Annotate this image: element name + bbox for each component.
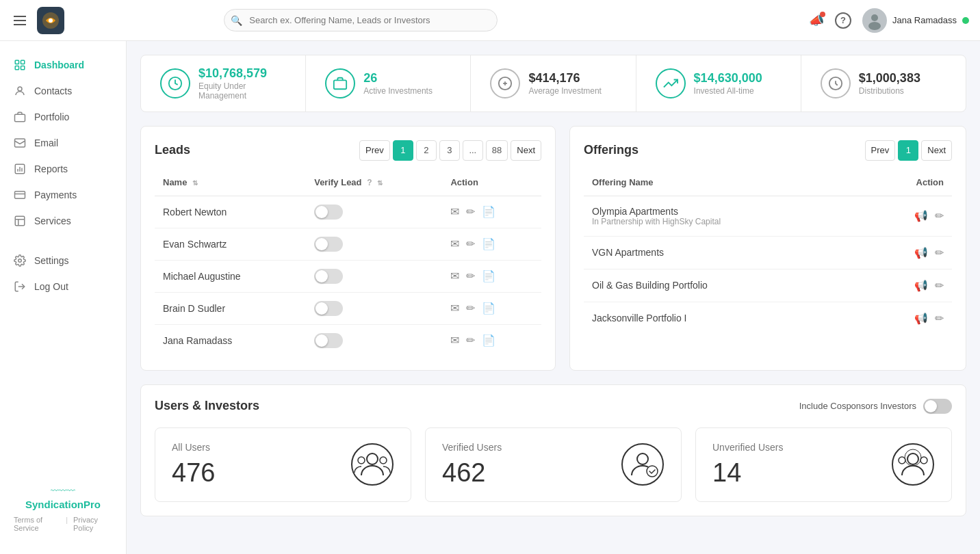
edit-offering-2[interactable]: ✏ bbox=[935, 279, 944, 292]
search-input[interactable] bbox=[224, 9, 498, 31]
cosponsors-toggle[interactable] bbox=[923, 399, 952, 414]
edit-icon-3[interactable]: ✏ bbox=[466, 302, 475, 315]
waves-icon: 〰〰〰 bbox=[14, 486, 112, 496]
email-icon-0[interactable]: ✉ bbox=[450, 205, 459, 218]
sidebar-item-portfolio[interactable]: Portfolio bbox=[0, 104, 126, 130]
syndication-logo: 〰〰〰 SyndicationPro bbox=[14, 486, 112, 510]
offering-actions-0: 📢 ✏ bbox=[872, 209, 944, 222]
announce-icon-1[interactable]: 📢 bbox=[914, 246, 928, 259]
edit-icon-1[interactable]: ✏ bbox=[466, 237, 475, 250]
offering-actions-1: 📢 ✏ bbox=[872, 246, 944, 259]
verify-toggle-3[interactable] bbox=[314, 301, 343, 316]
announce-icon-2[interactable]: 📢 bbox=[914, 279, 928, 292]
verify-toggle-2[interactable] bbox=[314, 269, 343, 284]
offerings-next-button[interactable]: Next bbox=[921, 140, 952, 161]
doc-icon-0[interactable]: 📄 bbox=[482, 205, 495, 218]
topbar-right: 📣 ? Jana Ramadass bbox=[809, 8, 969, 33]
svg-rect-6 bbox=[15, 66, 18, 70]
leads-table: Name ⇅ Verify Lead ? ⇅ Action bbox=[155, 172, 541, 356]
unverified-users-card: Unverified Users 14 bbox=[695, 427, 952, 502]
user-menu[interactable]: Jana Ramadass bbox=[862, 8, 969, 33]
edit-icon-4[interactable]: ✏ bbox=[466, 334, 475, 347]
svg-point-3 bbox=[868, 22, 881, 30]
sidebar-label-contacts: Contacts bbox=[34, 85, 72, 96]
svg-rect-23 bbox=[334, 80, 346, 89]
leads-page-3[interactable]: 3 bbox=[439, 140, 460, 161]
sidebar-label-settings: Settings bbox=[34, 255, 69, 266]
sidebar-item-email[interactable]: Email bbox=[0, 130, 126, 156]
table-row: Jana Ramadass ✉ ✏ 📄 bbox=[155, 324, 541, 356]
doc-icon-2[interactable]: 📄 bbox=[482, 269, 495, 282]
offerings-prev-button[interactable]: Prev bbox=[865, 140, 896, 161]
cosponsors-label-text: Include Cosponsors Investors bbox=[799, 401, 916, 411]
lead-name-4: Jana Ramadass bbox=[155, 324, 306, 356]
svg-point-1 bbox=[49, 18, 53, 23]
stat-equity: $10,768,579 Equity Under Management bbox=[141, 55, 306, 111]
name-sort-icon[interactable]: ⇅ bbox=[192, 179, 198, 187]
invested-icon bbox=[656, 68, 686, 98]
sidebar-item-payments[interactable]: Payments bbox=[0, 182, 126, 208]
online-status bbox=[962, 17, 969, 24]
offerings-header: Offerings Prev 1 Next bbox=[584, 140, 952, 161]
edit-offering-0[interactable]: ✏ bbox=[935, 209, 944, 222]
offerings-table: Offering Name Action Olympia Apartments … bbox=[584, 172, 952, 334]
sidebar-label-dashboard: Dashboard bbox=[34, 60, 84, 70]
leads-page-2[interactable]: 2 bbox=[416, 140, 437, 161]
svg-rect-5 bbox=[21, 60, 25, 64]
svg-point-34 bbox=[907, 453, 918, 464]
footer-links: Terms of Service | Privacy Policy bbox=[14, 516, 112, 532]
offerings-page-1[interactable]: 1 bbox=[898, 140, 918, 161]
edit-offering-3[interactable]: ✏ bbox=[935, 312, 944, 325]
leads-page-dots: ... bbox=[463, 140, 483, 161]
notifications-button[interactable]: 📣 bbox=[809, 13, 824, 28]
doc-icon-1[interactable]: 📄 bbox=[482, 237, 495, 250]
verify-toggle-1[interactable] bbox=[314, 237, 343, 252]
menu-toggle[interactable] bbox=[11, 13, 29, 28]
email-icon-1[interactable]: ✉ bbox=[450, 237, 459, 250]
sidebar-item-logout[interactable]: Log Out bbox=[0, 274, 126, 300]
announce-icon-3[interactable]: 📢 bbox=[914, 312, 928, 325]
offerings-col-action: Action bbox=[864, 172, 952, 196]
doc-icon-3[interactable]: 📄 bbox=[482, 302, 495, 315]
search-bar[interactable]: 🔍 bbox=[224, 9, 498, 31]
lead-actions-0: ✉ ✏ 📄 bbox=[450, 205, 533, 218]
doc-icon-4[interactable]: 📄 bbox=[482, 334, 495, 347]
terms-link[interactable]: Terms of Service bbox=[14, 516, 60, 532]
notif-dot bbox=[820, 12, 825, 17]
offerings-title: Offerings bbox=[584, 143, 639, 157]
sidebar-label-portfolio: Portfolio bbox=[34, 111, 69, 122]
sidebar-item-dashboard[interactable]: Dashboard bbox=[0, 52, 126, 78]
edit-icon-2[interactable]: ✏ bbox=[466, 269, 475, 282]
sidebar-item-settings[interactable]: Settings bbox=[0, 248, 126, 274]
lead-name-1: Evan Schwartz bbox=[155, 228, 306, 260]
leads-page-88[interactable]: 88 bbox=[486, 140, 508, 161]
edit-icon-0[interactable]: ✏ bbox=[466, 205, 475, 218]
table-row: Olympia Apartments In Partnership with H… bbox=[584, 196, 952, 236]
sidebar-item-contacts[interactable]: Contacts bbox=[0, 78, 126, 104]
help-button[interactable]: ? bbox=[835, 12, 851, 29]
brand-name: SyndicationPro bbox=[14, 499, 112, 510]
offering-actions-2: 📢 ✏ bbox=[872, 279, 944, 292]
verify-sort-icon[interactable]: ⇅ bbox=[377, 179, 383, 187]
email-icon-3[interactable]: ✉ bbox=[450, 302, 459, 315]
leads-prev-button[interactable]: Prev bbox=[359, 140, 390, 161]
sidebar-bottom: 〰〰〰 SyndicationPro Terms of Service | Pr… bbox=[0, 475, 126, 543]
offerings-col-name: Offering Name bbox=[584, 172, 864, 196]
sidebar-item-reports[interactable]: Reports bbox=[0, 156, 126, 182]
logo bbox=[37, 7, 64, 34]
edit-offering-1[interactable]: ✏ bbox=[935, 246, 944, 259]
svg-point-20 bbox=[18, 259, 22, 263]
email-icon-4[interactable]: ✉ bbox=[450, 334, 459, 347]
announce-icon-0[interactable]: 📢 bbox=[914, 209, 928, 222]
sidebar-item-services[interactable]: Services bbox=[0, 208, 126, 234]
verify-toggle-4[interactable] bbox=[314, 333, 343, 348]
svg-point-29 bbox=[380, 457, 387, 464]
privacy-link[interactable]: Privacy Policy bbox=[73, 516, 112, 532]
leads-next-button[interactable]: Next bbox=[511, 140, 541, 161]
leads-page-1[interactable]: 1 bbox=[393, 140, 413, 161]
equity-icon bbox=[160, 68, 190, 98]
verify-toggle-0[interactable] bbox=[314, 205, 343, 220]
lead-name-0: Robert Newton bbox=[155, 196, 306, 228]
average-label: Average Investment bbox=[528, 86, 602, 96]
email-icon-2[interactable]: ✉ bbox=[450, 269, 459, 282]
